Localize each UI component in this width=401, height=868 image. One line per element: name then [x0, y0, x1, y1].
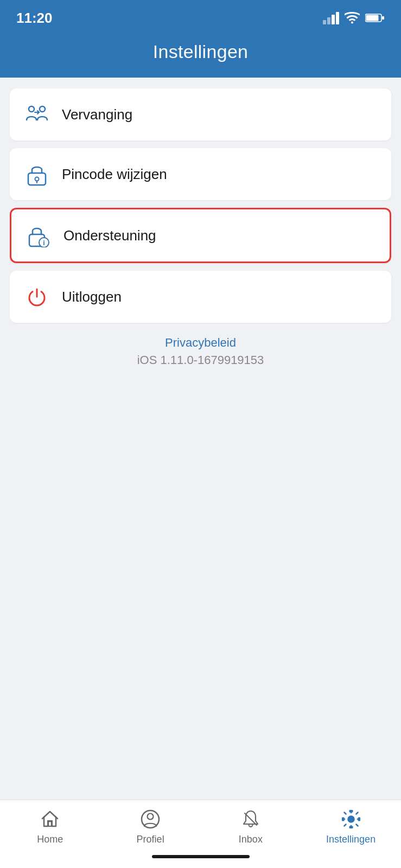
- status-bar: 11:20: [0, 0, 401, 33]
- menu-item-ondersteuning[interactable]: i Ondersteuning: [10, 208, 391, 263]
- home-indicator-area: [0, 850, 401, 868]
- menu-item-pincode[interactable]: Pincode wijzigen: [10, 148, 391, 200]
- home-indicator-bar: [152, 855, 250, 858]
- battery-icon: [365, 13, 385, 23]
- signal-icon: [323, 12, 339, 24]
- ondersteuning-icon: i: [24, 221, 53, 250]
- svg-point-14: [348, 816, 354, 822]
- svg-text:i: i: [43, 239, 44, 247]
- main-content: Vervanging Pincode wijzigen i: [0, 78, 401, 589]
- profiel-icon: [139, 808, 162, 831]
- wifi-icon: [345, 12, 360, 24]
- nav-instellingen-label: Instellingen: [326, 834, 375, 845]
- inbox-icon: [239, 808, 262, 831]
- bottom-nav: Home Profiel Inbox: [0, 800, 401, 850]
- header: Instellingen: [0, 33, 401, 78]
- nav-inbox-label: Inbox: [239, 834, 263, 845]
- svg-point-6: [35, 177, 39, 181]
- vervanging-label: Vervanging: [62, 106, 132, 123]
- nav-item-instellingen[interactable]: Instellingen: [301, 808, 401, 845]
- footer-links: Privacybeleid iOS 1.11.0-1679919153: [10, 330, 391, 378]
- nav-home-label: Home: [37, 834, 63, 845]
- menu-item-vervanging[interactable]: Vervanging: [10, 88, 391, 141]
- nav-item-inbox[interactable]: Inbox: [201, 808, 301, 845]
- status-icons: [323, 12, 385, 24]
- instellingen-icon: [340, 808, 362, 831]
- pincode-label: Pincode wijzigen: [62, 166, 167, 183]
- nav-item-profiel[interactable]: Profiel: [100, 808, 201, 845]
- page-title: Instellingen: [0, 41, 401, 62]
- svg-point-3: [29, 106, 34, 112]
- status-time: 11:20: [16, 10, 53, 27]
- version-text: iOS 1.11.0-1679919153: [10, 353, 391, 367]
- privacy-link[interactable]: Privacybeleid: [10, 336, 391, 350]
- svg-rect-1: [366, 15, 379, 21]
- menu-item-uitloggen[interactable]: Uitloggen: [10, 271, 391, 323]
- ondersteuning-label: Ondersteuning: [63, 227, 156, 244]
- home-icon: [39, 808, 61, 831]
- nav-item-home[interactable]: Home: [0, 808, 100, 845]
- svg-point-12: [148, 814, 154, 820]
- vervanging-icon: [23, 100, 51, 129]
- svg-rect-2: [382, 16, 384, 20]
- uitloggen-label: Uitloggen: [62, 289, 122, 305]
- svg-point-4: [40, 106, 45, 112]
- uitloggen-icon: [23, 283, 51, 311]
- nav-profiel-label: Profiel: [137, 834, 164, 845]
- pincode-icon: [23, 160, 51, 188]
